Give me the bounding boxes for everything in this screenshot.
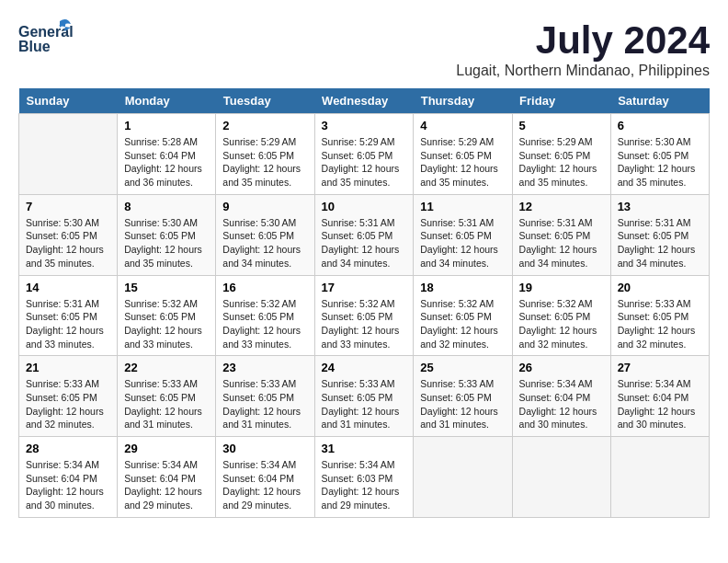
weekday-header-friday: Friday [512, 88, 610, 114]
calendar-cell [512, 437, 610, 518]
day-info: Sunrise: 5:32 AM Sunset: 6:05 PM Dayligh… [519, 297, 604, 351]
day-info: Sunrise: 5:29 AM Sunset: 6:05 PM Dayligh… [322, 135, 407, 190]
day-number: 11 [420, 200, 505, 213]
day-info: Sunrise: 5:30 AM Sunset: 6:05 PM Dayligh… [26, 216, 110, 270]
weekday-header-saturday: Saturday [610, 88, 709, 114]
day-number: 23 [222, 361, 307, 374]
calendar-cell: 5Sunrise: 5:29 AM Sunset: 6:05 PM Daylig… [512, 114, 610, 195]
day-number: 3 [322, 119, 407, 132]
day-info: Sunrise: 5:29 AM Sunset: 6:05 PM Dayligh… [420, 135, 505, 190]
day-number: 30 [222, 442, 307, 455]
day-info: Sunrise: 5:33 AM Sunset: 6:05 PM Dayligh… [222, 377, 307, 431]
weekday-header-monday: Monday [118, 88, 216, 114]
weekday-header-wednesday: Wednesday [314, 88, 414, 114]
svg-text:Blue: Blue [18, 39, 51, 54]
day-number: 18 [420, 281, 505, 294]
calendar-cell: 23Sunrise: 5:33 AM Sunset: 6:05 PM Dayli… [216, 356, 314, 437]
day-number: 31 [322, 442, 407, 455]
calendar-cell [414, 437, 512, 518]
day-number: 14 [26, 281, 110, 294]
calendar-cell: 17Sunrise: 5:32 AM Sunset: 6:05 PM Dayli… [314, 275, 414, 356]
day-info: Sunrise: 5:31 AM Sunset: 6:05 PM Dayligh… [519, 216, 604, 270]
calendar-cell: 21Sunrise: 5:33 AM Sunset: 6:05 PM Dayli… [19, 356, 118, 437]
day-number: 15 [124, 281, 209, 294]
day-number: 17 [322, 281, 407, 294]
day-info: Sunrise: 5:31 AM Sunset: 6:05 PM Dayligh… [420, 216, 505, 270]
day-info: Sunrise: 5:33 AM Sunset: 6:05 PM Dayligh… [618, 297, 702, 351]
week-row-1: 1Sunrise: 5:28 AM Sunset: 6:04 PM Daylig… [19, 114, 710, 195]
calendar-cell: 26Sunrise: 5:34 AM Sunset: 6:04 PM Dayli… [512, 356, 610, 437]
calendar-cell: 2Sunrise: 5:29 AM Sunset: 6:05 PM Daylig… [216, 114, 314, 195]
calendar-cell: 3Sunrise: 5:29 AM Sunset: 6:05 PM Daylig… [314, 114, 414, 195]
week-row-5: 28Sunrise: 5:34 AM Sunset: 6:04 PM Dayli… [19, 437, 710, 518]
calendar-cell: 27Sunrise: 5:34 AM Sunset: 6:04 PM Dayli… [610, 356, 709, 437]
weekday-header-tuesday: Tuesday [216, 88, 314, 114]
calendar-cell: 30Sunrise: 5:34 AM Sunset: 6:04 PM Dayli… [216, 437, 314, 518]
day-info: Sunrise: 5:29 AM Sunset: 6:05 PM Dayligh… [519, 135, 604, 190]
calendar-cell: 14Sunrise: 5:31 AM Sunset: 6:05 PM Dayli… [19, 275, 118, 356]
day-number: 1 [124, 119, 209, 132]
day-number: 13 [618, 200, 702, 213]
day-number: 6 [618, 119, 702, 132]
day-info: Sunrise: 5:34 AM Sunset: 6:03 PM Dayligh… [322, 458, 407, 512]
logo-icon: General Blue [18, 18, 74, 64]
calendar-cell [610, 437, 709, 518]
day-info: Sunrise: 5:34 AM Sunset: 6:04 PM Dayligh… [618, 377, 702, 431]
calendar-cell: 28Sunrise: 5:34 AM Sunset: 6:04 PM Dayli… [19, 437, 118, 518]
calendar-cell: 13Sunrise: 5:31 AM Sunset: 6:05 PM Dayli… [610, 194, 709, 275]
day-number: 2 [222, 119, 307, 132]
day-info: Sunrise: 5:34 AM Sunset: 6:04 PM Dayligh… [519, 377, 604, 431]
day-number: 16 [222, 281, 307, 294]
day-info: Sunrise: 5:32 AM Sunset: 6:05 PM Dayligh… [222, 297, 307, 351]
day-number: 27 [618, 361, 702, 374]
calendar-cell: 31Sunrise: 5:34 AM Sunset: 6:03 PM Dayli… [314, 437, 414, 518]
week-row-2: 7Sunrise: 5:30 AM Sunset: 6:05 PM Daylig… [19, 194, 710, 275]
day-info: Sunrise: 5:30 AM Sunset: 6:05 PM Dayligh… [618, 135, 702, 190]
calendar-cell: 29Sunrise: 5:34 AM Sunset: 6:04 PM Dayli… [118, 437, 216, 518]
logo: General Blue [18, 18, 74, 68]
calendar-cell: 9Sunrise: 5:30 AM Sunset: 6:05 PM Daylig… [216, 194, 314, 275]
day-number: 10 [322, 200, 407, 213]
page-header: General Blue July 2024 Lugait, Northern … [18, 18, 710, 79]
weekday-header-thursday: Thursday [414, 88, 512, 114]
week-row-3: 14Sunrise: 5:31 AM Sunset: 6:05 PM Dayli… [19, 275, 710, 356]
calendar-cell: 7Sunrise: 5:30 AM Sunset: 6:05 PM Daylig… [19, 194, 118, 275]
day-info: Sunrise: 5:32 AM Sunset: 6:05 PM Dayligh… [420, 297, 505, 351]
day-number: 4 [420, 119, 505, 132]
day-info: Sunrise: 5:33 AM Sunset: 6:05 PM Dayligh… [26, 377, 110, 431]
day-number: 12 [519, 200, 604, 213]
day-info: Sunrise: 5:33 AM Sunset: 6:05 PM Dayligh… [124, 377, 209, 431]
day-number: 22 [124, 361, 209, 374]
day-number: 5 [519, 119, 604, 132]
calendar-cell: 24Sunrise: 5:33 AM Sunset: 6:05 PM Dayli… [314, 356, 414, 437]
day-info: Sunrise: 5:30 AM Sunset: 6:05 PM Dayligh… [124, 216, 209, 270]
day-info: Sunrise: 5:33 AM Sunset: 6:05 PM Dayligh… [322, 377, 407, 431]
day-info: Sunrise: 5:31 AM Sunset: 6:05 PM Dayligh… [322, 216, 407, 270]
day-info: Sunrise: 5:32 AM Sunset: 6:05 PM Dayligh… [322, 297, 407, 351]
calendar-cell: 22Sunrise: 5:33 AM Sunset: 6:05 PM Dayli… [118, 356, 216, 437]
day-info: Sunrise: 5:34 AM Sunset: 6:04 PM Dayligh… [124, 458, 209, 512]
calendar-cell: 6Sunrise: 5:30 AM Sunset: 6:05 PM Daylig… [610, 114, 709, 195]
day-info: Sunrise: 5:32 AM Sunset: 6:05 PM Dayligh… [124, 297, 209, 351]
calendar-cell: 16Sunrise: 5:32 AM Sunset: 6:05 PM Dayli… [216, 275, 314, 356]
day-number: 7 [26, 200, 110, 213]
day-info: Sunrise: 5:34 AM Sunset: 6:04 PM Dayligh… [222, 458, 307, 512]
day-number: 20 [618, 281, 702, 294]
calendar-cell: 25Sunrise: 5:33 AM Sunset: 6:05 PM Dayli… [414, 356, 512, 437]
day-info: Sunrise: 5:30 AM Sunset: 6:05 PM Dayligh… [222, 216, 307, 270]
calendar-cell: 15Sunrise: 5:32 AM Sunset: 6:05 PM Dayli… [118, 275, 216, 356]
calendar-cell: 8Sunrise: 5:30 AM Sunset: 6:05 PM Daylig… [118, 194, 216, 275]
day-number: 26 [519, 361, 604, 374]
calendar-cell: 1Sunrise: 5:28 AM Sunset: 6:04 PM Daylig… [118, 114, 216, 195]
day-info: Sunrise: 5:33 AM Sunset: 6:05 PM Dayligh… [420, 377, 505, 431]
day-info: Sunrise: 5:29 AM Sunset: 6:05 PM Dayligh… [222, 135, 307, 190]
day-number: 9 [222, 200, 307, 213]
calendar-cell: 12Sunrise: 5:31 AM Sunset: 6:05 PM Dayli… [512, 194, 610, 275]
calendar-cell: 20Sunrise: 5:33 AM Sunset: 6:05 PM Dayli… [610, 275, 709, 356]
day-info: Sunrise: 5:31 AM Sunset: 6:05 PM Dayligh… [26, 297, 110, 351]
title-block: July 2024 Lugait, Northern Mindanao, Phi… [456, 18, 710, 79]
day-number: 25 [420, 361, 505, 374]
calendar-cell: 11Sunrise: 5:31 AM Sunset: 6:05 PM Dayli… [414, 194, 512, 275]
day-number: 19 [519, 281, 604, 294]
location-subtitle: Lugait, Northern Mindanao, Philippines [456, 63, 710, 79]
